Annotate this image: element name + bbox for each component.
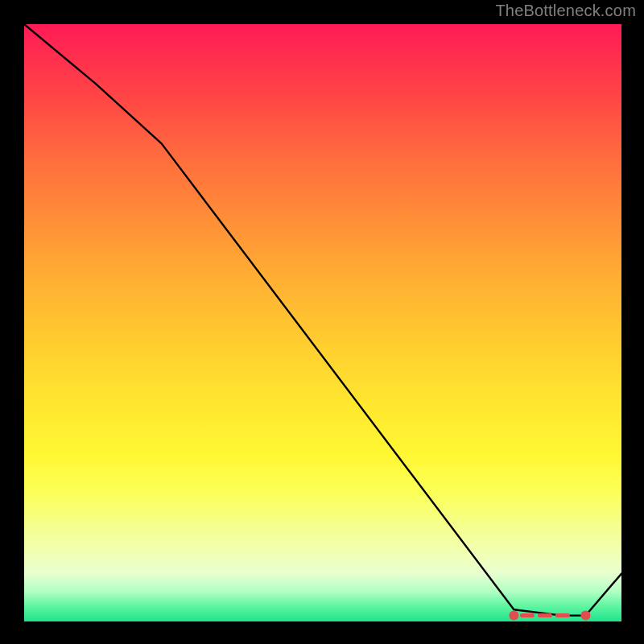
chart-frame: TheBottleneck.com — [0, 0, 644, 644]
optimal-end-dot — [581, 611, 591, 621]
chart-svg — [24, 24, 621, 621]
plot-area — [24, 24, 621, 621]
bottleneck-curve — [24, 24, 621, 616]
curve-group — [24, 24, 621, 616]
optimal-start-dot — [509, 611, 518, 621]
attribution-text: TheBottleneck.com — [495, 2, 636, 20]
